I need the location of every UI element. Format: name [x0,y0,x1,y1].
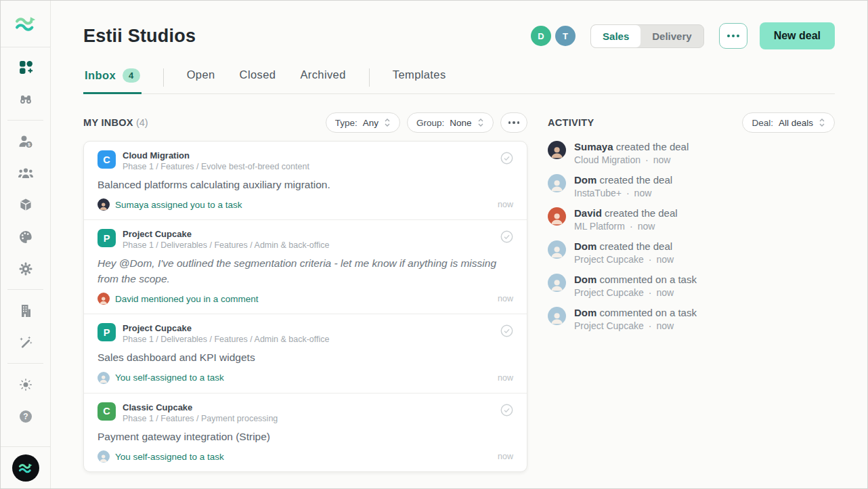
activity-item[interactable]: Dom commented on a task Project Cupcake … [548,307,835,331]
tab-templates[interactable]: Templates [391,68,448,93]
gear-icon [18,261,34,277]
activity-item[interactable]: Dom commented on a task Project Cupcake … [548,274,835,298]
dashboard-add-icon [18,60,34,75]
activity-list: Sumaya created the deal Cloud Migration … [548,141,835,331]
timestamp: now [656,254,674,265]
tab-closed[interactable]: Closed [238,68,278,93]
building-icon [18,303,34,319]
group-filter[interactable]: Group: None [407,112,494,133]
chevron-updown-icon [477,118,484,127]
inbox-filters: Type: Any Group: None [326,112,527,133]
sidebar-item-team[interactable] [1,157,51,189]
activity-item[interactable]: Dom created the deal InstaTube+ · now [548,174,835,198]
inbox-card[interactable]: C Cloud Migration Phase 1 / Features / E… [84,142,527,220]
activity-text: Dom commented on a task Project Cupcake … [574,307,697,331]
account-avatar[interactable] [12,454,39,482]
actor-avatar [548,274,566,292]
activity-action: commented on a task [600,274,697,285]
activity-action: commented on a task [600,307,697,318]
notification-link[interactable]: Sumaya assigned you to a task [115,200,492,210]
activity-target-line: ML Platform · now [574,221,678,232]
actor-avatar [97,198,110,211]
activity-target: Project Cupcake [574,254,644,265]
card-header: C Cloud Migration Phase 1 / Features / E… [97,150,513,171]
tab-open[interactable]: Open [186,68,217,93]
member-avatar-t[interactable]: T [555,26,576,46]
sidebar-item-palette[interactable] [1,221,51,253]
activity-target-line: Project Cupcake · now [574,320,697,331]
sidebar-item-company[interactable] [1,295,51,326]
deal-breadcrumb: Phase 1 / Features / Evolve best-of-bree… [123,162,494,171]
tab-archived[interactable]: Archived [299,68,347,93]
actor-name: Sumaya [574,141,613,152]
deal-icon: C [97,150,116,169]
deal-filter[interactable]: Deal: All deals [742,112,835,133]
app-window: $ [1,1,867,488]
svg-text:$: $ [28,142,30,147]
activity-text: Sumaya created the deal Cloud Migration … [574,141,689,165]
activity-item[interactable]: Sumaya created the deal Cloud Migration … [548,141,835,165]
type-filter[interactable]: Type: Any [326,112,400,133]
separator-dot: · [630,221,633,232]
app-logo[interactable] [1,1,50,47]
inbox-title-count: (4) [136,117,148,128]
page-title: Estii Studios [83,26,196,47]
avatar-initial: T [563,31,568,41]
resolve-check-icon[interactable] [500,404,513,419]
toggle-sales[interactable]: Sales [591,25,641,47]
new-deal-button[interactable]: New deal [760,22,835,49]
content: MY INBOX (4) Type: Any Group: None [83,112,835,488]
actor-name: Dom [574,240,596,252]
activity-target: InstaTube+ [574,188,622,198]
tabs-row: Inbox 4 Open Closed Archived Templates [83,68,835,94]
tab-separator [369,68,370,87]
sidebar-item-packages[interactable] [1,189,51,221]
sidebar-item-automation[interactable] [1,326,51,358]
actor-name: Dom [574,274,596,285]
resolve-check-icon[interactable] [500,152,513,167]
actor-avatar [548,240,566,259]
inbox-card[interactable]: C Classic Cupcake Phase 1 / Features / P… [84,394,527,471]
inbox-card[interactable]: P Project Cupcake Phase 1 / Deliverables… [84,220,527,314]
notification-link[interactable]: You self-assigned to a task [115,452,492,462]
inbox-more-button[interactable] [500,112,528,133]
notification-link[interactable]: David mentioned you in a comment [115,294,492,304]
activity-item[interactable]: David created the deal ML Platform · now [548,207,835,232]
palette-icon [18,229,34,245]
cube-icon [18,197,34,213]
card-message: Hey @Dom, I've outlined the segmentation… [97,256,513,286]
timestamp: now [638,221,655,232]
sidebar-item-clients[interactable]: $ [1,125,51,157]
actor-avatar [548,207,566,226]
sidebar-divider [7,289,43,290]
notification-link[interactable]: You self-assigned to a task [115,373,492,383]
resolve-check-icon[interactable] [500,324,513,340]
actor-name: David [574,207,602,219]
tab-inbox[interactable]: Inbox 4 [83,68,142,94]
toggle-delivery[interactable]: Delivery [641,25,703,47]
sidebar-item-theme[interactable] [1,368,51,400]
activity-target-line: Cloud Migration · now [574,154,689,165]
card-header: C Classic Cupcake Phase 1 / Features / P… [97,402,513,423]
deal-meta: Cloud Migration Phase 1 / Features / Evo… [123,150,494,171]
activity-text: David created the deal ML Platform · now [574,207,678,232]
activity-action-line: David created the deal [574,207,678,219]
sidebar-item-help[interactable]: ? [1,400,51,432]
activity-item[interactable]: Dom created the deal Project Cupcake · n… [548,240,835,265]
sidebar-item-dashboard[interactable] [1,51,51,83]
activity-title-text: ACTIVITY [548,117,594,128]
activity-action-line: Dom created the deal [574,240,674,252]
deal-meta: Project Cupcake Phase 1 / Deliverables /… [123,323,494,344]
top-actions: D T Sales Delivery New deal [531,22,835,49]
tab-label: Inbox [85,69,116,82]
sidebar-item-search[interactable] [1,83,51,115]
activity-action: created the deal [600,240,673,252]
header-more-button[interactable] [719,23,747,49]
inbox-header: MY INBOX (4) Type: Any Group: None [83,112,527,133]
sidebar-item-settings[interactable] [1,253,51,284]
filter-label: Type: [335,118,357,128]
activity-action-line: Dom commented on a task [574,307,697,318]
inbox-card[interactable]: P Project Cupcake Phase 1 / Deliverables… [84,314,527,393]
member-avatar-d[interactable]: D [531,26,551,46]
resolve-check-icon[interactable] [500,230,513,246]
